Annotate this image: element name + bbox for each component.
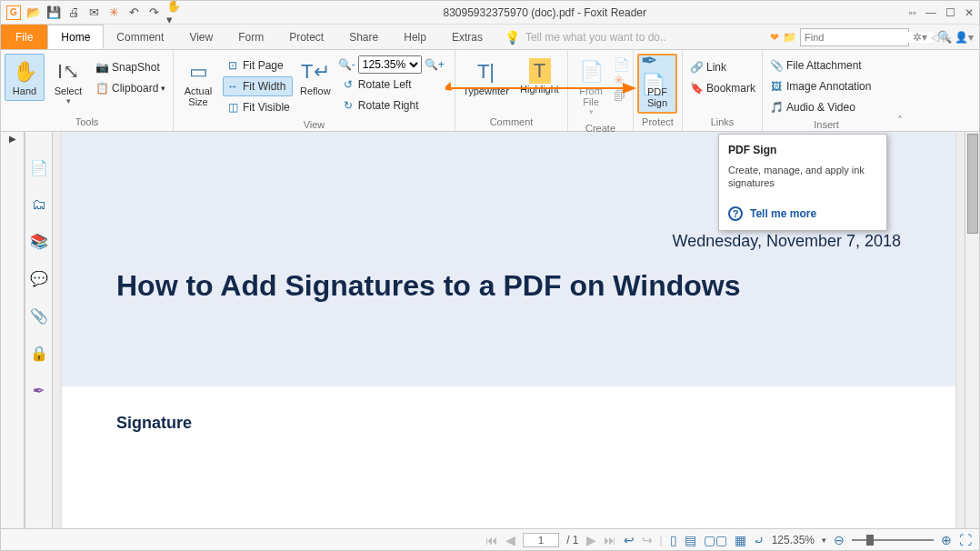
search-opts-icon[interactable]: ✲▾	[913, 31, 927, 44]
attachment-icon: 📎	[769, 59, 784, 72]
tab-comment[interactable]: Comment	[104, 25, 176, 49]
blank-icon[interactable]: 📄	[614, 57, 629, 72]
fit-visible-btn[interactable]: ◫Fit Visible	[223, 97, 293, 117]
fit-width-btn[interactable]: ↔Fit Width	[223, 76, 293, 96]
help-icon: ?	[728, 206, 743, 221]
zoom-out-status-icon[interactable]: ⊖	[834, 533, 845, 547]
image-annotation-btn[interactable]: 🖼Image Annotation	[766, 76, 874, 96]
last-page-icon[interactable]: ⏭	[604, 533, 616, 547]
facing-icon[interactable]: ▢▢	[704, 533, 727, 547]
layers-panel-icon[interactable]: 🗂	[32, 196, 46, 213]
vertical-scrollbar[interactable]	[965, 132, 979, 528]
tab-extras[interactable]: Extras	[439, 25, 495, 49]
prev-result-icon[interactable]: ◁	[931, 31, 939, 44]
reflow-btn[interactable]: T↵ Reflow	[296, 54, 335, 101]
window-title: 83095932375970 (doc).pdf - Foxit Reader	[181, 6, 908, 19]
next-result-icon[interactable]: ▷	[943, 31, 951, 44]
app-icon: G	[6, 5, 21, 20]
print-icon[interactable]: 🖨	[66, 5, 81, 20]
zoom-out-icon[interactable]: 🔍-	[338, 58, 355, 71]
find-box[interactable]: 🔍	[800, 28, 909, 46]
zoom-readout: 125.35%	[772, 534, 815, 546]
actual-size-btn[interactable]: ▭ Actual Size	[177, 54, 219, 112]
link-icon: 🔗	[689, 61, 704, 74]
fit-page-btn[interactable]: ⊡Fit Page	[223, 55, 293, 75]
ribbon-opts-icon[interactable]: ▫▫	[908, 6, 916, 19]
typewriter-icon: T|	[477, 58, 495, 85]
ribbon-collapse-icon[interactable]: ˄	[890, 50, 910, 131]
single-page-icon[interactable]: ▯	[670, 533, 677, 547]
new-icon[interactable]: ✳	[106, 5, 121, 20]
file-tab[interactable]: File	[1, 25, 47, 49]
next-page-icon[interactable]: ▶	[586, 533, 596, 547]
zoom-slider[interactable]	[852, 539, 934, 541]
page-icon: ▭	[189, 58, 208, 85]
rotate-left-btn[interactable]: ↺Rotate Left	[338, 75, 445, 95]
page-total: / 1	[566, 534, 578, 546]
nav-pane-toggle[interactable]: ▶	[1, 132, 25, 528]
bookmarks-panel-icon[interactable]: 📚	[30, 233, 48, 250]
nav-fwd-icon[interactable]: ↪	[642, 533, 653, 547]
highlight-btn[interactable]: T Highlight	[516, 54, 564, 99]
clipboard-btn[interactable]: 📋Clipboard▾	[92, 78, 168, 98]
hand-tool[interactable]: ✋ Hand	[5, 54, 45, 101]
maximize-icon[interactable]: ☐	[945, 6, 955, 19]
user-icon[interactable]: 👤▾	[955, 31, 974, 44]
tab-view[interactable]: View	[176, 25, 225, 49]
continuous-icon[interactable]: ▤	[685, 533, 696, 547]
page-number-input[interactable]: 1	[523, 533, 559, 547]
tab-protect[interactable]: Protect	[276, 25, 336, 49]
scroll-thumb[interactable]	[967, 134, 978, 234]
security-panel-icon[interactable]: 🔒	[30, 345, 48, 362]
clipboard-icon: 📋	[95, 82, 109, 95]
minimize-icon[interactable]: —	[925, 6, 936, 19]
tooltip-link[interactable]: ? Tell me more	[728, 206, 877, 221]
continuous-facing-icon[interactable]: ▦	[735, 533, 746, 547]
tab-help[interactable]: Help	[391, 25, 439, 49]
redo-icon[interactable]: ↷	[146, 5, 161, 20]
fit-page-icon: ⊡	[225, 59, 240, 72]
zoom-select[interactable]: 125.35%	[358, 55, 422, 74]
signatures-panel-icon[interactable]: ✒	[33, 382, 45, 399]
cursor-dd-icon[interactable]: ✋▾	[166, 5, 181, 20]
save-icon[interactable]: 💾	[46, 5, 61, 20]
rotate-right-btn[interactable]: ↻Rotate Right	[338, 95, 445, 115]
file-attachment-btn[interactable]: 📎File Attachment	[766, 55, 874, 75]
group-protect-label: Protect	[637, 115, 678, 129]
group-view-label: View	[177, 117, 451, 132]
doc-date: Wednesday, November 7, 2018	[116, 232, 901, 251]
attachments-panel-icon[interactable]: 📎	[30, 307, 48, 325]
zoom-in-status-icon[interactable]: ⊕	[941, 533, 952, 547]
first-page-icon[interactable]: ⏮	[485, 533, 498, 547]
close-icon[interactable]: ✕	[965, 6, 974, 19]
hand-icon: ✋	[13, 58, 37, 85]
heart-icon[interactable]: ❤	[770, 31, 779, 44]
pdf-sign-btn[interactable]: ✒📄 PDF Sign	[637, 54, 677, 114]
comments-panel-icon[interactable]: 💬	[30, 270, 48, 287]
undo-icon[interactable]: ↶	[126, 5, 141, 20]
prev-page-icon[interactable]: ◀	[505, 533, 515, 547]
tab-share[interactable]: Share	[336, 25, 391, 49]
snapshot-btn[interactable]: 📷SnapShot	[92, 57, 168, 77]
nav-back-icon[interactable]: ↩	[624, 533, 635, 547]
link-btn[interactable]: 🔗Link	[686, 57, 758, 77]
typewriter-btn[interactable]: T| Typewriter	[460, 54, 513, 101]
pages-panel-icon[interactable]: 📄	[30, 159, 48, 176]
tell-me-search[interactable]: 💡 Tell me what you want to do..	[495, 25, 765, 49]
tab-home[interactable]: Home	[47, 25, 104, 49]
from-file-btn[interactable]: 📄 From File ▾	[572, 54, 610, 121]
clip-new-icon[interactable]: ✳	[614, 73, 629, 87]
rotate-right-icon: ↻	[341, 99, 355, 112]
folder-search-icon[interactable]: 📁	[783, 31, 796, 44]
tab-form[interactable]: Form	[225, 25, 276, 49]
open-icon[interactable]: 📂	[26, 5, 41, 20]
reflow-status-icon[interactable]: ⤾	[754, 533, 765, 547]
audio-video-btn[interactable]: 🎵Audio & Video	[766, 97, 874, 117]
zoom-in-icon[interactable]: 🔍+	[425, 58, 445, 71]
from-file-icon: 📄	[579, 58, 604, 85]
fullscreen-icon[interactable]: ⛶	[959, 533, 972, 547]
scan-icon[interactable]: 🗐	[614, 88, 629, 103]
bookmark-btn[interactable]: 🔖Bookmark	[686, 78, 758, 98]
select-tool[interactable]: I⤡ Select ▾	[48, 54, 88, 110]
email-icon[interactable]: ✉	[86, 5, 101, 20]
